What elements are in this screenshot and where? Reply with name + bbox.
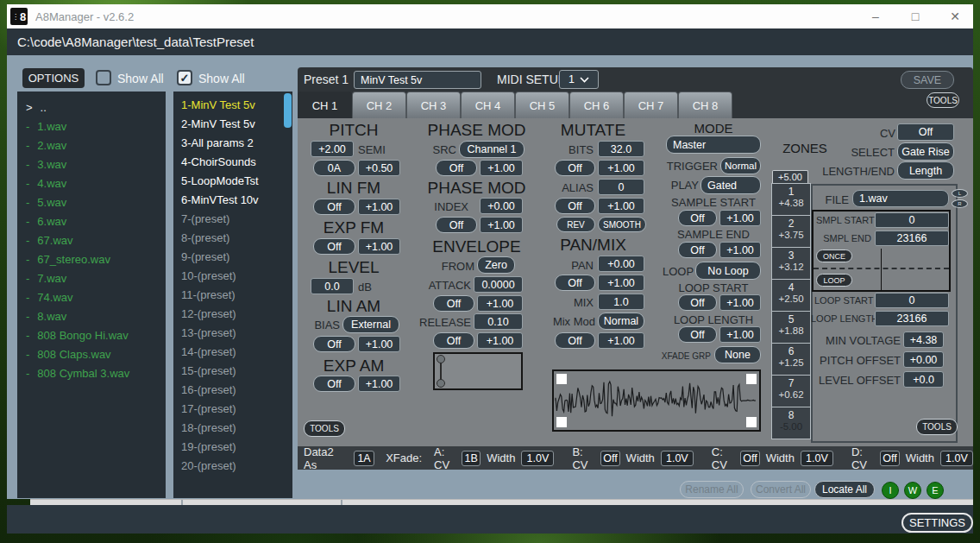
zone-length-end-field[interactable]: Length — [897, 161, 954, 180]
minimize-button[interactable]: – — [861, 4, 890, 28]
channel-tab[interactable]: CH 6 — [569, 92, 624, 119]
phase-mod-index-cv-button[interactable]: Off — [436, 217, 477, 233]
preset-list-item[interactable]: 9-(preset) — [173, 248, 292, 267]
mode-select[interactable]: Master — [666, 136, 761, 154]
lin-am-cv-button[interactable]: Off — [313, 336, 355, 352]
file-list-item[interactable]: - 3.wav — [17, 155, 166, 174]
mutate-bits-field[interactable]: 32.0 — [598, 141, 644, 157]
preset-show-all-checkbox[interactable]: ✓ — [177, 70, 192, 85]
file-show-all-checkbox[interactable] — [96, 70, 111, 85]
preset-list-item[interactable]: 3-All params 2 — [173, 134, 292, 153]
envelope-graph[interactable] — [433, 352, 523, 390]
zone-cell[interactable]: 7 +0.62 — [771, 375, 811, 407]
zone-cell[interactable]: 4 +2.50 — [771, 279, 811, 312]
channel-tab[interactable]: CH 7 — [624, 92, 678, 119]
lin-am-bias-select[interactable]: External — [342, 316, 399, 333]
pitch-value-field[interactable]: +2.00 — [311, 141, 354, 157]
pitch-offset-field[interactable]: +0.00 — [903, 351, 944, 368]
mutate-alias-field[interactable]: 0 — [598, 179, 644, 195]
zone-loop-length-field[interactable]: 23166 — [875, 311, 949, 326]
side-right-button[interactable]: R — [952, 199, 968, 208]
locate-all-button[interactable]: Locate All — [814, 481, 875, 498]
envelope-release-amount-field[interactable]: +1.00 — [477, 332, 523, 349]
waveform-handle[interactable] — [556, 417, 567, 427]
pitch-cv-amount-field[interactable]: +0.50 — [358, 160, 400, 176]
waveform-handle[interactable] — [556, 374, 567, 384]
file-list-item[interactable]: > .. — [17, 98, 166, 117]
once-button[interactable]: ONCE — [816, 249, 852, 262]
level-offset-field[interactable]: +0.0 — [903, 371, 944, 388]
waveform-display[interactable] — [552, 369, 761, 432]
mutate-bits-cv-button[interactable]: Off — [555, 160, 595, 176]
mix-field[interactable]: 1.0 — [598, 294, 644, 310]
preset-name-input[interactable]: MinV Test 5v — [354, 71, 481, 89]
preset-list-item[interactable]: 11-(preset) — [173, 286, 292, 305]
xfade-cv-field[interactable]: Off — [600, 451, 619, 466]
channel-tab[interactable]: CH 4 — [461, 92, 515, 119]
preset-scrollbar-thumb[interactable] — [284, 93, 292, 128]
file-list-item[interactable]: - 2.wav — [17, 136, 166, 155]
zone-cell[interactable]: 1 +4.38 — [771, 183, 811, 216]
save-button[interactable]: SAVE — [901, 71, 954, 89]
lin-fm-cv-button[interactable]: Off — [313, 199, 355, 215]
channel-tab[interactable]: CH 1 — [298, 92, 352, 119]
preset-list-item[interactable]: 19-(preset) — [173, 438, 292, 457]
midi-setup-select[interactable]: 1 — [559, 70, 599, 89]
xfade-width-field[interactable]: 1.0V — [801, 451, 833, 466]
mutate-smooth-button[interactable]: SMOOTH — [598, 217, 646, 232]
xfade-cv-field[interactable]: 1B — [462, 451, 481, 466]
preset-list-item[interactable]: 20-(preset) — [173, 457, 292, 476]
preset-list-item[interactable]: 17-(preset) — [173, 400, 292, 419]
options-button[interactable]: OPTIONS — [22, 68, 85, 88]
phase-mod-index-amount-field[interactable]: +1.00 — [480, 217, 523, 233]
channel-tab[interactable]: CH 3 — [406, 92, 461, 119]
preset-list-item[interactable]: 2-MinV Test 5v — [173, 115, 292, 134]
zone-cell[interactable]: 8 -5.00 — [771, 407, 811, 439]
mix-amount-field[interactable]: +1.00 — [598, 332, 644, 349]
trigger-select[interactable]: Normal — [720, 157, 761, 174]
zone-file-field[interactable]: 1.wav — [852, 190, 949, 207]
maximize-button[interactable]: □ — [901, 4, 930, 28]
data2-as-field[interactable]: 1A — [354, 451, 374, 466]
file-list-item[interactable]: - 808 Claps.wav — [17, 344, 166, 363]
zone-cv-field[interactable]: Off — [897, 123, 954, 141]
envelope-attack-field[interactable]: 0.0000 — [474, 276, 523, 293]
preset-list-item[interactable]: 15-(preset) — [173, 362, 292, 381]
channel-tab[interactable]: CH 2 — [352, 92, 406, 119]
envelope-from-select[interactable]: Zero — [477, 256, 515, 274]
preset-list-item[interactable]: 12-(preset) — [173, 305, 292, 324]
file-list-item[interactable]: - 8.wav — [17, 306, 166, 325]
smpl-start-field[interactable]: 0 — [875, 212, 949, 228]
preset-list-item[interactable]: 13-(preset) — [173, 324, 292, 343]
loop-length-amount-field[interactable]: +1.00 — [719, 326, 761, 343]
file-list-item[interactable]: - 7.wav — [17, 268, 166, 287]
file-list-item[interactable]: - 4.wav — [17, 174, 166, 193]
envelope-attack-cv-button[interactable]: Off — [433, 295, 474, 312]
preset-list-item[interactable]: 5-LoopModeTst — [173, 172, 292, 191]
exp-fm-amount-field[interactable]: +1.00 — [358, 238, 400, 255]
header-tools-button[interactable]: TOOLS — [927, 92, 959, 108]
file-list-item[interactable]: - 1.wav — [17, 117, 166, 136]
zone-tools-button[interactable]: TOOLS — [916, 419, 958, 435]
exp-fm-cv-button[interactable]: Off — [313, 238, 355, 255]
xfade-cv-field[interactable]: Off — [880, 451, 900, 466]
loop-mode-select[interactable]: No Loop — [695, 262, 761, 280]
file-list-item[interactable]: - 74.wav — [17, 287, 166, 306]
xfade-cv-field[interactable]: Off — [740, 451, 760, 466]
waveform-handle[interactable] — [746, 374, 757, 384]
loop-length-cv-button[interactable]: Off — [678, 326, 717, 343]
phase-mod-src-select[interactable]: Channel 1 — [459, 141, 525, 158]
pitch-cv-button[interactable]: 0A — [313, 160, 355, 176]
mutate-rev-button[interactable]: REV — [556, 217, 595, 232]
preset-list-item[interactable]: 8-(preset) — [173, 229, 292, 248]
envelope-attack-amount-field[interactable]: +1.00 — [477, 295, 523, 312]
mix-mod-select[interactable]: Normal — [598, 313, 644, 330]
exp-am-cv-button[interactable]: Off — [313, 376, 355, 392]
xfade-width-field[interactable]: 1.0V — [661, 451, 694, 466]
loop-start-amount-field[interactable]: +1.00 — [719, 294, 761, 311]
xfade-width-field[interactable]: 1.0V — [521, 451, 554, 466]
preset-list-item[interactable]: 6-MinVTest 10v — [173, 191, 292, 210]
file-list-item[interactable]: - 67_stereo.wav — [17, 249, 166, 268]
envelope-release-cv-button[interactable]: Off — [433, 332, 474, 349]
preset-list-item[interactable]: 1-MinV Test 5v — [173, 96, 292, 115]
